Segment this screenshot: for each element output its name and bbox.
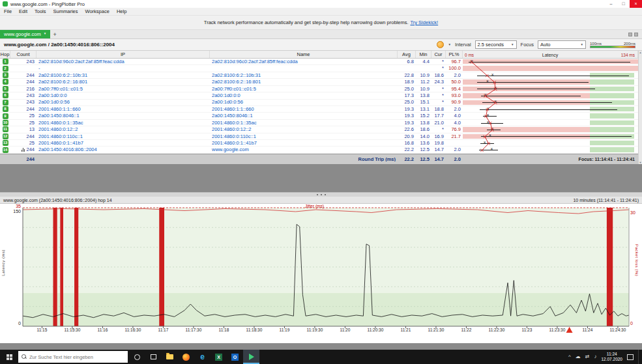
volume-icon[interactable]: ♪: [594, 354, 596, 359]
name-cell[interactable]: 2001:4860:0:1::41b7: [210, 141, 398, 146]
minimize-button[interactable]: –: [605, 0, 617, 8]
taskbar-clock[interactable]: 11:24 12.07.2020: [601, 352, 622, 362]
hop-row[interactable]: 12432a02:810d:96c0:2acf:2af:85ff:feac:cd…: [0, 59, 642, 65]
onedrive-icon[interactable]: ☁: [576, 354, 581, 359]
hop-row[interactable]: 42442a02:8100:6:2::16:8012a02:8100:6:2::…: [0, 79, 642, 85]
chevron-down-icon[interactable]: ▼: [448, 43, 450, 46]
action-center-icon[interactable]: [627, 354, 634, 360]
header-name[interactable]: Name: [210, 51, 398, 58]
pingplotter-icon[interactable]: [243, 350, 259, 364]
hop-number-badge: 13: [3, 140, 8, 146]
outlook-icon[interactable]: O: [227, 350, 243, 364]
show-desktop-button[interactable]: [638, 350, 640, 364]
ip-cell[interactable]: 2a00:1d0:0:0: [36, 93, 210, 98]
splitter-dot: [317, 194, 318, 195]
name-cell[interactable]: 2001:4860:0:1::35ac: [210, 120, 398, 126]
task-view-icon[interactable]: [145, 350, 162, 364]
edge-icon[interactable]: e: [194, 350, 211, 364]
tabbar-button[interactable]: [634, 33, 638, 36]
scroll-up-icon[interactable]: ▲: [639, 51, 642, 54]
search-input[interactable]: [29, 354, 124, 360]
firefox-icon[interactable]: [178, 350, 194, 364]
name-cell[interactable]: 2a00:1d0:0:0: [210, 93, 398, 98]
ip-cell[interactable]: 2001:4860:0:110c::1: [36, 134, 210, 139]
count-value: 25: [29, 120, 35, 126]
tray-expand-icon[interactable]: ^: [568, 354, 571, 359]
min-max-range-line: [481, 136, 632, 137]
ip-cell[interactable]: 2a02:8100:6:2::10b:31: [36, 73, 210, 78]
hop-row[interactable]: 52162a00:7ff0:c01::c01:52a00:7ff0:c01::c…: [0, 86, 642, 92]
file-explorer-icon[interactable]: [162, 350, 178, 364]
name-cell[interactable]: 2001:4860:0:110c::1: [210, 134, 398, 139]
hop-row[interactable]: 72432a00:1d0:0:562a00:1d0:0:5625.015.1*9…: [0, 100, 642, 106]
status-indicator-button[interactable]: [437, 41, 444, 48]
ip-cell[interactable]: 2001:4860:0:1::35ac: [36, 120, 210, 126]
network-icon[interactable]: ⇄: [585, 354, 590, 359]
excel-icon[interactable]: X: [211, 350, 227, 364]
hop-row[interactable]: 62432a00:1d0:0:02a00:1d0:0:017.313.8*93.…: [0, 92, 642, 99]
name-cell[interactable]: 2a02:8100:6:2::10b:31: [210, 73, 398, 78]
menu-summaries[interactable]: Summaries: [53, 8, 78, 14]
chevron-down-icon[interactable]: ▼: [44, 33, 46, 36]
count-cell: 244: [10, 79, 36, 85]
maximize-button[interactable]: □: [617, 0, 630, 8]
menu-tools[interactable]: Tools: [35, 8, 46, 14]
name-cell[interactable]: 2a00:1450:8046::1: [210, 113, 398, 119]
taskbar-search[interactable]: [18, 351, 128, 363]
header-avg[interactable]: Avg: [398, 51, 416, 58]
menu-edit[interactable]: Edit: [19, 8, 27, 14]
splitter-handle[interactable]: [0, 192, 642, 197]
hop-row[interactable]: 9252a00:1450:8046::12a00:1450:8046::119.…: [0, 113, 642, 119]
focus-select[interactable]: Auto ▼: [538, 40, 586, 49]
ip-cell[interactable]: -: [36, 66, 210, 71]
ip-cell[interactable]: 2001:4860:0:12::2: [36, 127, 210, 132]
hop-row[interactable]: 142442a00:1450:4016:806::2004www.google.…: [0, 147, 642, 153]
tab-active[interactable]: www.google.com ▼: [0, 30, 50, 38]
ip-cell[interactable]: 2a00:7ff0:c01::c01:5: [36, 87, 210, 92]
latency-graph-cell: [463, 65, 638, 71]
header-cur[interactable]: Cur: [431, 51, 446, 58]
latency-zone-bg: [590, 87, 634, 91]
menu-file[interactable]: File: [4, 8, 12, 14]
min-max-range-line: [481, 123, 504, 124]
name-cell[interactable]: 2001:4860:1:1::660: [210, 107, 398, 112]
name-cell[interactable]: 2a00:1d0:0:56: [210, 100, 398, 105]
hop-row[interactable]: 82442001:4860:1:1::6602001:4860:1:1::660…: [0, 106, 642, 113]
try-sidekick-link[interactable]: Try Sidekick!: [410, 20, 438, 25]
hop-row[interactable]: 10252001:4860:0:1::35ac2001:4860:0:1::35…: [0, 120, 642, 126]
name-cell[interactable]: www.google.com: [210, 147, 398, 152]
name-cell[interactable]: 2a02:8100:6:2::16:801: [210, 79, 398, 85]
hop-row[interactable]: 122442001:4860:0:110c::12001:4860:0:110c…: [0, 133, 642, 140]
menu-workspace[interactable]: Workspace: [85, 8, 109, 14]
menu-help[interactable]: Help: [117, 8, 126, 14]
new-tab-button[interactable]: +: [50, 30, 59, 38]
name-cell[interactable]: 2a00:7ff0:c01::c01:5: [210, 87, 398, 92]
start-button[interactable]: [0, 350, 18, 364]
header-pl[interactable]: PL%: [446, 51, 463, 58]
ip-cell[interactable]: 2001:4860:1:1::660: [36, 107, 210, 112]
cur-cell: 24.3: [431, 79, 446, 85]
close-button[interactable]: ×: [630, 0, 642, 8]
tabbar-button[interactable]: [628, 33, 632, 36]
ip-cell[interactable]: 2a00:1d0:0:56: [36, 100, 210, 105]
header-min[interactable]: Min: [416, 51, 431, 58]
name-cell[interactable]: 2001:4860:0:12::2: [210, 127, 398, 132]
header-ip[interactable]: IP: [36, 51, 210, 58]
table-scrollbar[interactable]: ▲ ▼: [638, 51, 642, 164]
ip-cell[interactable]: 2a00:1450:4016:806::2004: [36, 147, 210, 152]
cortana-icon[interactable]: [129, 350, 145, 364]
ip-cell[interactable]: 2a00:1450:8046::1: [36, 113, 210, 119]
ip-cell[interactable]: 2a02:8100:6:2::16:801: [36, 79, 210, 85]
time-graph[interactable]: 35 150 0 Latency (ms) 30 0 Packet loss (…: [0, 204, 642, 343]
hop-row[interactable]: 2-*100.0: [0, 65, 642, 72]
name-cell[interactable]: 2a02:810d:96c0:2acf:2af:85ff:feac:cdda: [210, 59, 398, 64]
header-count[interactable]: Count: [10, 51, 36, 58]
ip-cell[interactable]: 2001:4860:0:1::41b7: [36, 141, 210, 146]
hop-row[interactable]: 13252001:4860:0:1::41b72001:4860:0:1::41…: [0, 140, 642, 147]
hop-row[interactable]: 11132001:4860:0:12::22001:4860:0:12::222…: [0, 126, 642, 133]
header-latency[interactable]: 0 ms Latency 134 ms: [463, 51, 638, 58]
interval-select[interactable]: 2.5 seconds ▼: [475, 40, 517, 49]
ip-cell[interactable]: 2a02:810d:96c0:2acf:2af:85ff:feac:cdda: [36, 59, 210, 64]
header-hop[interactable]: Hop: [0, 51, 10, 58]
hop-row[interactable]: 32442a02:8100:6:2::10b:312a02:8100:6:2::…: [0, 72, 642, 79]
